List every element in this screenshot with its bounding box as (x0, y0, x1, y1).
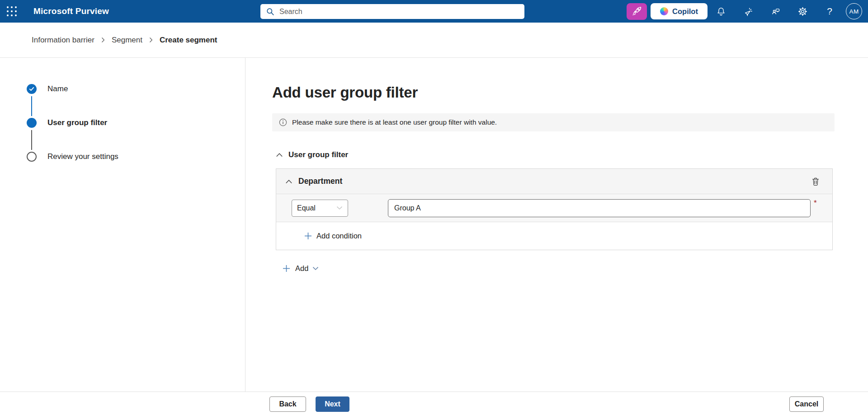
next-button[interactable]: Next (316, 396, 349, 412)
chevron-right-icon (101, 37, 105, 43)
step-user-group-filter[interactable]: User group filter (27, 118, 107, 128)
topbar-actions: Copilot (627, 0, 868, 23)
filter-condition-row: Equal * (276, 194, 832, 222)
account-avatar[interactable]: AM (846, 3, 862, 19)
wizard-footer: Back Next Cancel (0, 392, 868, 415)
user-group-filter-section-toggle[interactable]: User group filter (276, 150, 868, 159)
info-banner-text: Please make sure there is at least one u… (292, 118, 497, 126)
filter-card-title: Department (298, 177, 342, 186)
notifications-button[interactable] (708, 0, 735, 23)
filter-value-input[interactable] (388, 199, 811, 217)
gear-icon (797, 6, 808, 17)
delete-filter-button[interactable] (808, 174, 823, 189)
step-label: Review your settings (47, 152, 118, 161)
breadcrumb-create-segment: Create segment (160, 36, 217, 45)
add-condition-label: Add condition (316, 232, 362, 240)
add-condition-button[interactable]: Add condition (276, 222, 832, 250)
chevron-right-icon (149, 37, 153, 43)
check-icon (29, 87, 34, 91)
info-banner: Please make sure there is at least one u… (272, 113, 835, 131)
filter-card-header: Department (276, 169, 832, 194)
step-upcoming-circle (27, 152, 37, 162)
department-filter-card: Department Equal (276, 168, 833, 250)
trash-icon (811, 177, 820, 186)
chevron-up-icon (276, 153, 283, 157)
step-review-your-settings[interactable]: Review your settings (27, 152, 118, 162)
whats-new-button[interactable] (627, 3, 647, 20)
step-label: Name (47, 84, 68, 93)
add-label: Add (295, 264, 308, 273)
chevron-down-icon (312, 266, 319, 270)
operator-dropdown[interactable]: Equal (292, 200, 348, 217)
back-button[interactable]: Back (269, 396, 306, 412)
feedback-button[interactable] (762, 0, 789, 23)
required-indicator: * (814, 199, 817, 208)
breadcrumb-information-barrier[interactable]: Information barrier (32, 36, 94, 45)
copilot-button[interactable]: Copilot (651, 3, 708, 19)
chevron-down-icon (336, 206, 343, 210)
bell-icon (716, 6, 726, 17)
cancel-button[interactable]: Cancel (789, 396, 824, 412)
help-button[interactable]: ? (816, 0, 843, 23)
waffle-icon (7, 6, 17, 16)
top-app-bar: Microsoft Purview Copilot (0, 0, 868, 23)
search-box[interactable] (260, 4, 524, 19)
megaphone-icon (743, 6, 754, 17)
info-icon (279, 118, 287, 126)
copilot-label: Copilot (672, 7, 698, 16)
announcements-button[interactable] (735, 0, 762, 23)
add-filter-menu-button[interactable]: Add (283, 264, 319, 273)
people-chat-icon (770, 6, 781, 17)
settings-button[interactable] (789, 0, 816, 23)
rocket-icon (632, 6, 642, 17)
search-icon (266, 8, 274, 16)
step-completed-circle (27, 84, 37, 94)
step-connector (31, 96, 32, 116)
collapse-card-button[interactable] (285, 179, 292, 184)
wizard-steps-panel: Name User group filter Review your setti… (0, 58, 245, 392)
step-label: User group filter (47, 118, 107, 127)
step-name[interactable]: Name (27, 84, 68, 94)
main-content: Add user group filter Please make sure t… (245, 58, 868, 392)
breadcrumb: Information barrier Segment Create segme… (0, 23, 868, 58)
help-icon: ? (827, 6, 832, 17)
plus-icon (304, 232, 312, 240)
search-input[interactable] (279, 8, 519, 16)
breadcrumb-segment[interactable]: Segment (112, 36, 142, 45)
app-title: Microsoft Purview (33, 0, 109, 23)
chevron-up-icon (285, 179, 292, 184)
page-title: Add user group filter (272, 84, 868, 101)
step-current-circle (27, 118, 37, 128)
section-title: User group filter (288, 150, 348, 159)
plus-icon (283, 265, 290, 272)
step-connector (31, 130, 32, 150)
app-launcher-button[interactable] (0, 0, 24, 23)
copilot-icon (660, 7, 668, 15)
operator-value: Equal (297, 204, 316, 212)
